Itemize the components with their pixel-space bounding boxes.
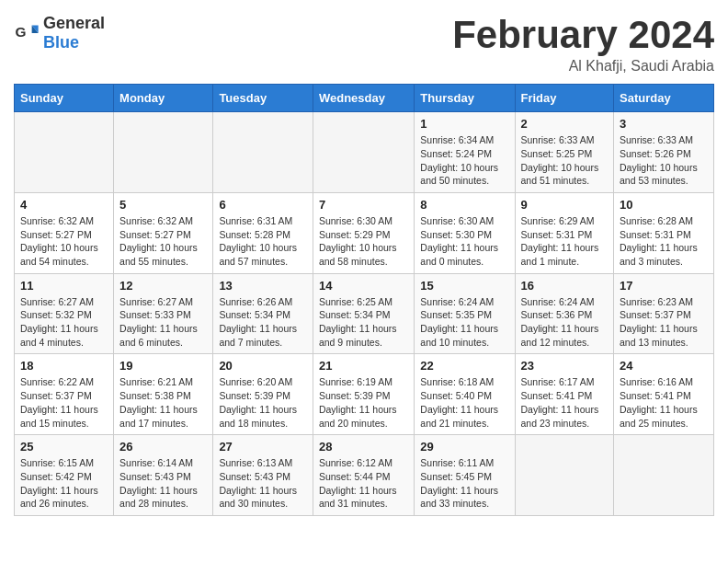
weekday-header-thursday: Thursday: [415, 85, 515, 112]
calendar-cell: 22Sunrise: 6:18 AM Sunset: 5:40 PM Dayli…: [415, 354, 515, 435]
day-detail: Sunrise: 6:32 AM Sunset: 5:27 PM Dayligh…: [20, 214, 108, 269]
day-detail: Sunrise: 6:17 AM Sunset: 5:41 PM Dayligh…: [521, 375, 609, 430]
calendar-cell: 1Sunrise: 6:34 AM Sunset: 5:24 PM Daylig…: [415, 112, 515, 193]
day-detail: Sunrise: 6:33 AM Sunset: 5:26 PM Dayligh…: [620, 133, 708, 188]
day-number: 29: [420, 440, 508, 454]
day-number: 22: [420, 359, 508, 373]
day-number: 4: [20, 198, 108, 212]
day-number: 7: [319, 198, 408, 212]
weekday-header-saturday: Saturday: [614, 85, 714, 112]
weekday-header-tuesday: Tuesday: [213, 85, 313, 112]
calendar-cell: 3Sunrise: 6:33 AM Sunset: 5:26 PM Daylig…: [614, 112, 714, 193]
day-number: 11: [20, 279, 108, 293]
calendar-cell: 17Sunrise: 6:23 AM Sunset: 5:37 PM Dayli…: [614, 273, 714, 354]
day-number: 19: [119, 359, 207, 373]
calendar-week-1: 1Sunrise: 6:34 AM Sunset: 5:24 PM Daylig…: [15, 112, 714, 193]
day-number: 17: [620, 279, 708, 293]
day-detail: Sunrise: 6:14 AM Sunset: 5:43 PM Dayligh…: [119, 456, 207, 511]
calendar-cell: 7Sunrise: 6:30 AM Sunset: 5:29 PM Daylig…: [313, 192, 414, 273]
svg-text:G: G: [15, 24, 26, 40]
logo-blue: Blue: [43, 33, 79, 52]
page-header: G General Blue February 2024 Al Khafji, …: [14, 14, 714, 75]
calendar-cell: 21Sunrise: 6:19 AM Sunset: 5:39 PM Dayli…: [313, 354, 414, 435]
day-detail: Sunrise: 6:30 AM Sunset: 5:29 PM Dayligh…: [319, 214, 408, 269]
day-detail: Sunrise: 6:34 AM Sunset: 5:24 PM Dayligh…: [420, 133, 508, 188]
day-detail: Sunrise: 6:11 AM Sunset: 5:45 PM Dayligh…: [420, 456, 508, 511]
day-detail: Sunrise: 6:30 AM Sunset: 5:30 PM Dayligh…: [420, 214, 508, 269]
calendar-cell: 12Sunrise: 6:27 AM Sunset: 5:33 PM Dayli…: [114, 273, 213, 354]
day-number: 26: [119, 440, 207, 454]
day-detail: Sunrise: 6:28 AM Sunset: 5:31 PM Dayligh…: [620, 214, 708, 269]
day-number: 8: [420, 198, 508, 212]
day-detail: Sunrise: 6:12 AM Sunset: 5:44 PM Dayligh…: [319, 456, 408, 511]
day-number: 18: [20, 359, 108, 373]
day-number: 14: [319, 279, 408, 293]
weekday-header-wednesday: Wednesday: [313, 85, 414, 112]
day-number: 3: [620, 117, 708, 131]
calendar-cell: [515, 435, 614, 516]
logo: G General Blue: [14, 14, 105, 52]
weekday-header-monday: Monday: [114, 85, 213, 112]
day-number: 12: [119, 279, 207, 293]
day-number: 1: [420, 117, 508, 131]
day-detail: Sunrise: 6:13 AM Sunset: 5:43 PM Dayligh…: [219, 456, 307, 511]
calendar-cell: 15Sunrise: 6:24 AM Sunset: 5:35 PM Dayli…: [415, 273, 515, 354]
weekday-header-friday: Friday: [515, 85, 614, 112]
calendar-cell: [15, 112, 114, 193]
calendar-week-3: 11Sunrise: 6:27 AM Sunset: 5:32 PM Dayli…: [15, 273, 714, 354]
day-detail: Sunrise: 6:24 AM Sunset: 5:36 PM Dayligh…: [521, 295, 609, 350]
calendar-cell: 4Sunrise: 6:32 AM Sunset: 5:27 PM Daylig…: [15, 192, 114, 273]
calendar-title: February 2024: [452, 14, 714, 56]
day-detail: Sunrise: 6:33 AM Sunset: 5:25 PM Dayligh…: [521, 133, 609, 188]
day-number: 28: [319, 440, 408, 454]
day-number: 21: [319, 359, 408, 373]
calendar-cell: 28Sunrise: 6:12 AM Sunset: 5:44 PM Dayli…: [313, 435, 414, 516]
day-detail: Sunrise: 6:23 AM Sunset: 5:37 PM Dayligh…: [620, 295, 708, 350]
day-number: 16: [521, 279, 609, 293]
calendar-cell: [213, 112, 313, 193]
calendar-cell: 29Sunrise: 6:11 AM Sunset: 5:45 PM Dayli…: [415, 435, 515, 516]
calendar-location: Al Khafji, Saudi Arabia: [452, 58, 714, 75]
day-number: 5: [119, 198, 207, 212]
title-block: February 2024 Al Khafji, Saudi Arabia: [452, 14, 714, 75]
calendar-cell: 5Sunrise: 6:32 AM Sunset: 5:27 PM Daylig…: [114, 192, 213, 273]
day-number: 27: [219, 440, 307, 454]
calendar-cell: [614, 435, 714, 516]
day-detail: Sunrise: 6:18 AM Sunset: 5:40 PM Dayligh…: [420, 375, 508, 430]
day-number: 25: [20, 440, 108, 454]
day-detail: Sunrise: 6:24 AM Sunset: 5:35 PM Dayligh…: [420, 295, 508, 350]
day-detail: Sunrise: 6:25 AM Sunset: 5:34 PM Dayligh…: [319, 295, 408, 350]
calendar-cell: 25Sunrise: 6:15 AM Sunset: 5:42 PM Dayli…: [15, 435, 114, 516]
calendar-cell: 16Sunrise: 6:24 AM Sunset: 5:36 PM Dayli…: [515, 273, 614, 354]
calendar-cell: [114, 112, 213, 193]
day-detail: Sunrise: 6:31 AM Sunset: 5:28 PM Dayligh…: [219, 214, 307, 269]
day-detail: Sunrise: 6:27 AM Sunset: 5:33 PM Dayligh…: [119, 295, 207, 350]
day-number: 20: [219, 359, 307, 373]
calendar-cell: 18Sunrise: 6:22 AM Sunset: 5:37 PM Dayli…: [15, 354, 114, 435]
calendar-week-2: 4Sunrise: 6:32 AM Sunset: 5:27 PM Daylig…: [15, 192, 714, 273]
calendar-cell: 20Sunrise: 6:20 AM Sunset: 5:39 PM Dayli…: [213, 354, 313, 435]
day-detail: Sunrise: 6:32 AM Sunset: 5:27 PM Dayligh…: [119, 214, 207, 269]
calendar-cell: 13Sunrise: 6:26 AM Sunset: 5:34 PM Dayli…: [213, 273, 313, 354]
calendar-table: SundayMondayTuesdayWednesdayThursdayFrid…: [14, 84, 714, 516]
day-detail: Sunrise: 6:27 AM Sunset: 5:32 PM Dayligh…: [20, 295, 108, 350]
day-number: 13: [219, 279, 307, 293]
calendar-cell: 19Sunrise: 6:21 AM Sunset: 5:38 PM Dayli…: [114, 354, 213, 435]
calendar-cell: 27Sunrise: 6:13 AM Sunset: 5:43 PM Dayli…: [213, 435, 313, 516]
calendar-cell: 11Sunrise: 6:27 AM Sunset: 5:32 PM Dayli…: [15, 273, 114, 354]
calendar-cell: 14Sunrise: 6:25 AM Sunset: 5:34 PM Dayli…: [313, 273, 414, 354]
calendar-cell: 2Sunrise: 6:33 AM Sunset: 5:25 PM Daylig…: [515, 112, 614, 193]
day-detail: Sunrise: 6:26 AM Sunset: 5:34 PM Dayligh…: [219, 295, 307, 350]
day-detail: Sunrise: 6:19 AM Sunset: 5:39 PM Dayligh…: [319, 375, 408, 430]
calendar-cell: 8Sunrise: 6:30 AM Sunset: 5:30 PM Daylig…: [415, 192, 515, 273]
calendar-cell: [313, 112, 414, 193]
day-number: 24: [620, 359, 708, 373]
calendar-week-5: 25Sunrise: 6:15 AM Sunset: 5:42 PM Dayli…: [15, 435, 714, 516]
calendar-cell: 23Sunrise: 6:17 AM Sunset: 5:41 PM Dayli…: [515, 354, 614, 435]
day-number: 15: [420, 279, 508, 293]
calendar-cell: 26Sunrise: 6:14 AM Sunset: 5:43 PM Dayli…: [114, 435, 213, 516]
day-detail: Sunrise: 6:20 AM Sunset: 5:39 PM Dayligh…: [219, 375, 307, 430]
calendar-cell: 10Sunrise: 6:28 AM Sunset: 5:31 PM Dayli…: [614, 192, 714, 273]
calendar-cell: 24Sunrise: 6:16 AM Sunset: 5:41 PM Dayli…: [614, 354, 714, 435]
logo-icon: G: [14, 20, 40, 46]
